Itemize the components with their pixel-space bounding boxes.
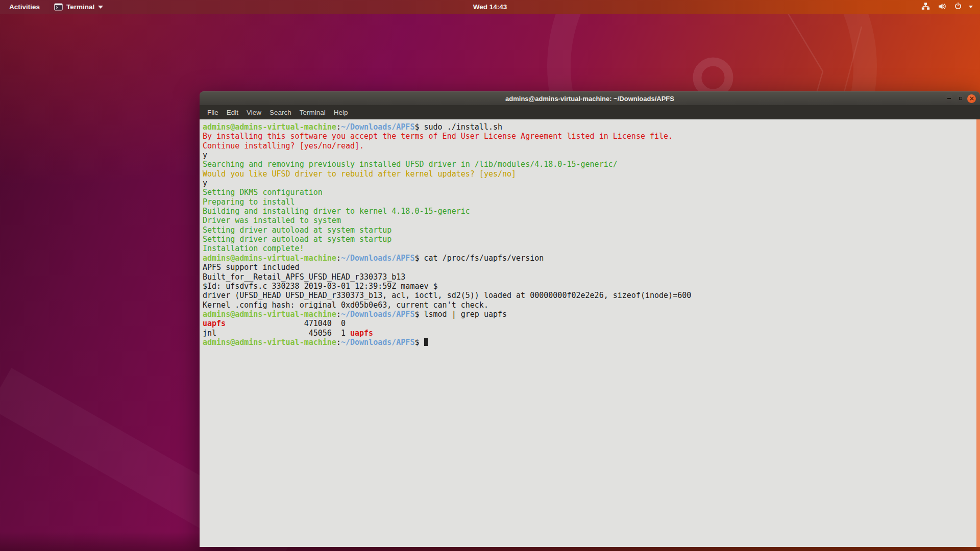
maximize-button[interactable] xyxy=(956,94,965,103)
terminal-line: admins@admins-virtual-machine:~/Download… xyxy=(203,310,973,319)
terminal-line: Setting driver autoload at system startu… xyxy=(203,226,973,235)
terminal-line: jnl 45056 1 uapfs xyxy=(203,329,973,338)
terminal-line: y xyxy=(203,151,973,160)
terminal-line: Installation complete! xyxy=(203,244,973,253)
menu-view[interactable]: View xyxy=(242,109,265,116)
terminal-line: Searching and removing previously instal… xyxy=(203,160,973,169)
terminal-line: APFS support included xyxy=(203,263,973,272)
terminal-line: admins@admins-virtual-machine:~/Download… xyxy=(203,338,973,347)
terminal-line: y xyxy=(203,179,973,188)
minimize-icon xyxy=(947,98,951,99)
terminal-line: Would you like UFSD driver to rebuild af… xyxy=(203,169,973,179)
terminal-output: admins@admins-virtual-machine:~/Download… xyxy=(203,122,973,347)
terminal-line: Building and installing driver to kernel… xyxy=(203,207,973,216)
terminal-line: Driver was installed to system xyxy=(203,216,973,225)
chevron-down-icon xyxy=(98,6,103,9)
maximize-icon xyxy=(959,97,962,100)
window-title: admins@admins-virtual-machine: ~/Downloa… xyxy=(505,95,674,103)
terminal-screen[interactable]: admins@admins-virtual-machine:~/Download… xyxy=(200,119,980,547)
terminal-line: Continue installing? [yes/no/read]. xyxy=(203,141,973,151)
terminal-line: admins@admins-virtual-machine:~/Download… xyxy=(203,122,973,132)
terminal-line: By installing this software you accept t… xyxy=(203,132,973,141)
activities-button[interactable]: Activities xyxy=(0,0,49,14)
volume-icon xyxy=(938,2,946,12)
app-menu-label: Terminal xyxy=(66,3,94,11)
terminal-line: driver (UFSD_HEAD UFSD_HEAD_r330373_b13,… xyxy=(203,291,973,300)
terminal-line: Kernel .config hash: original 0xd05b0e63… xyxy=(203,300,973,310)
terminal-line: Setting DKMS configuration xyxy=(203,188,973,197)
system-status-area[interactable] xyxy=(914,0,980,14)
terminal-line: Setting driver autoload at system startu… xyxy=(203,235,973,244)
menu-terminal[interactable]: Terminal xyxy=(296,109,330,116)
close-button[interactable] xyxy=(967,94,976,103)
terminal-line: $Id: ufsdvfs.c 330238 2019-03-01 12:39:5… xyxy=(203,282,973,291)
power-icon xyxy=(954,2,962,12)
close-icon xyxy=(970,96,974,101)
terminal-line: Preparing to install xyxy=(203,197,973,207)
app-menu-terminal[interactable]: Terminal xyxy=(49,0,108,14)
terminal-line: uapfs 471040 0 xyxy=(203,319,973,328)
chevron-down-icon xyxy=(969,6,973,8)
terminal-window: admins@admins-virtual-machine: ~/Downloa… xyxy=(200,91,980,547)
top-bar: Activities Terminal Wed 14:43 xyxy=(0,0,980,14)
minimize-button[interactable] xyxy=(945,94,953,103)
clock[interactable]: Wed 14:43 xyxy=(473,3,507,11)
menu-help[interactable]: Help xyxy=(330,109,352,116)
network-icon xyxy=(921,2,930,12)
terminal-line: Built_for__Retail_APFS_UFSD_HEAD_r330373… xyxy=(203,272,973,282)
terminal-icon xyxy=(54,3,63,11)
terminal-line: admins@admins-virtual-machine:~/Download… xyxy=(203,254,973,263)
menu-search[interactable]: Search xyxy=(265,109,296,116)
terminal-scrollbar[interactable] xyxy=(976,119,980,547)
menu-edit[interactable]: Edit xyxy=(223,109,242,116)
window-titlebar[interactable]: admins@admins-virtual-machine: ~/Downloa… xyxy=(200,91,980,105)
terminal-cursor xyxy=(424,338,429,346)
menu-file[interactable]: File xyxy=(203,109,223,116)
menu-bar: FileEditViewSearchTerminalHelp xyxy=(200,105,980,119)
